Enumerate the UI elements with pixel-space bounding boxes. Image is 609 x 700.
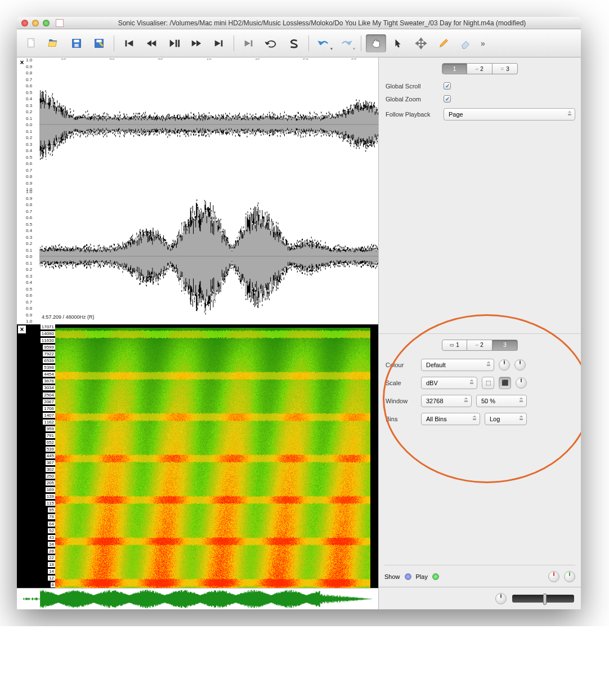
svg-rect-19	[251, 40, 253, 46]
properties-panel-2: ▭1 ⎓2 3 Colour Default Scale dBV ⬚ ⬛	[379, 333, 581, 610]
svg-rect-4	[74, 43, 78, 47]
svg-marker-21	[319, 42, 323, 44]
skip-end-button[interactable]	[209, 34, 229, 52]
spectrogram-canvas	[55, 324, 378, 588]
svg-marker-11	[170, 39, 174, 47]
solo-button[interactable]	[284, 34, 304, 52]
svg-rect-13	[178, 39, 180, 47]
app-icon	[56, 19, 64, 27]
svg-rect-7	[126, 40, 127, 46]
window-label: Window	[386, 398, 417, 404]
spectrogram-pane[interactable]: × 17071140901163095997922653953984454367…	[17, 324, 378, 588]
global-scroll-checkbox[interactable]: ✓	[444, 82, 451, 90]
layer-tab-2[interactable]: ⎓2	[467, 63, 492, 74]
new-button[interactable]	[21, 34, 42, 52]
layer-tab-1[interactable]: ▭1	[442, 340, 467, 351]
close-window-button[interactable]	[21, 20, 28, 26]
play-toggle[interactable]	[432, 573, 439, 580]
save-as-button[interactable]	[89, 34, 109, 52]
window-size-select[interactable]: 32768	[421, 395, 472, 407]
svg-marker-20	[266, 42, 269, 44]
eraser-tool-button[interactable]	[456, 34, 476, 52]
bins-label: Bins	[386, 416, 417, 422]
save-button[interactable]	[66, 34, 87, 52]
move-tool-button[interactable]	[411, 34, 431, 52]
bins-select[interactable]: All Bins	[421, 413, 480, 425]
svg-marker-16	[215, 40, 221, 46]
colour-select[interactable]: Default	[421, 359, 494, 371]
titlebar: Sonic Visualiser: /Volumes/Mac mini HD2/…	[17, 17, 581, 29]
rewind-button[interactable]	[141, 34, 162, 52]
follow-playback-label: Follow Playback	[386, 111, 439, 118]
window-title: Sonic Visualiser: /Volumes/Mac mini HD2/…	[68, 19, 576, 27]
svg-marker-14	[192, 40, 196, 46]
undo-button[interactable]: ▾	[314, 34, 334, 52]
svg-marker-10	[151, 40, 156, 46]
toolbar: ▾ ▾ »	[17, 29, 581, 57]
scale-label: Scale	[386, 380, 417, 386]
amplitude-axis-l: 1.00.90.80.70.60.50.40.30.20.10.00.10.20…	[26, 57, 38, 323]
layer-tab-3[interactable]: ⁙3	[492, 63, 518, 74]
close-pane-button[interactable]: ×	[18, 59, 26, 66]
waveform-channel-right	[39, 191, 378, 321]
hand-tool-button[interactable]	[366, 34, 386, 52]
svg-marker-23	[419, 38, 423, 40]
global-zoom-checkbox[interactable]: ✓	[444, 95, 451, 102]
svg-rect-17	[221, 40, 223, 46]
properties-panel-1: 1 ⎓2 ⁙3 Global Scroll ✓ Global Zoom ✓ Fo…	[379, 57, 581, 333]
playback-speed-knob[interactable]	[495, 593, 507, 604]
gain-knob[interactable]	[516, 377, 527, 389]
maximize-window-button[interactable]	[43, 20, 50, 26]
skip-start-button[interactable]	[119, 34, 139, 52]
layer-tab-2[interactable]: ⎓2	[467, 340, 492, 351]
follow-playback-select[interactable]: Page	[444, 108, 575, 121]
svg-rect-12	[176, 39, 177, 47]
layer-tabs-2: ▭1 ⎓2 3	[384, 340, 575, 351]
normalize-columns-button[interactable]: ⬚	[482, 377, 494, 389]
open-button[interactable]	[44, 34, 64, 52]
volume-slider[interactable]	[512, 595, 574, 603]
scale-select[interactable]: dBV	[421, 377, 477, 389]
content-area: × 25 30 35 40 45 50 55 1.00.90.80.70.60.…	[17, 57, 581, 609]
normalize-visible-button[interactable]: ⬛	[499, 377, 511, 389]
show-label: Show	[384, 573, 400, 580]
gain-play-knob[interactable]	[564, 571, 575, 582]
svg-marker-15	[196, 40, 201, 46]
window-overlap-select[interactable]: 50 %	[476, 395, 527, 407]
close-pane-button[interactable]: ×	[18, 326, 26, 333]
right-column: 1 ⎓2 ⁙3 Global Scroll ✓ Global Zoom ✓ Fo…	[378, 57, 581, 609]
svg-marker-22	[347, 42, 351, 44]
fast-forward-button[interactable]	[186, 34, 207, 52]
minimize-window-button[interactable]	[32, 20, 39, 26]
play-label: Play	[416, 573, 428, 580]
waveform-info-text: 4:57.209 / 48000Hz (R)	[42, 314, 95, 320]
svg-marker-9	[147, 40, 151, 46]
app-window: Sonic Visualiser: /Volumes/Mac mini HD2/…	[17, 17, 581, 609]
layer-tabs-1: 1 ⎓2 ⁙3	[384, 63, 575, 74]
status-bar	[379, 587, 581, 609]
pan-knob[interactable]	[548, 571, 559, 582]
waveform-channel-left	[39, 60, 378, 189]
overview-pane[interactable]	[17, 588, 378, 609]
layer-tab-3[interactable]: 3	[492, 340, 518, 351]
layer-tab-1[interactable]: 1	[442, 63, 467, 74]
svg-marker-24	[419, 46, 423, 48]
pointer-tool-button[interactable]	[388, 34, 409, 52]
svg-rect-3	[74, 39, 79, 42]
bins-scale-select[interactable]: Log	[485, 413, 527, 425]
pencil-tool-button[interactable]	[433, 34, 454, 52]
colour-label: Colour	[386, 362, 417, 368]
toolbar-overflow-button[interactable]: »	[478, 39, 487, 48]
play-pause-button[interactable]	[164, 34, 184, 52]
svg-rect-6	[96, 39, 101, 42]
redo-button[interactable]: ▾	[336, 34, 356, 52]
svg-marker-8	[127, 40, 133, 46]
show-toggle[interactable]	[405, 573, 411, 580]
colour-rotation-knob[interactable]	[499, 359, 510, 371]
global-scroll-label: Global Scroll	[386, 83, 439, 90]
waveform-pane[interactable]: × 25 30 35 40 45 50 55 1.00.90.80.70.60.…	[17, 57, 378, 323]
play-selection-button[interactable]	[239, 34, 259, 52]
frequency-axis: 1707114090116309599792265395398445436763…	[26, 324, 55, 588]
loop-selection-button[interactable]	[261, 34, 281, 52]
colour-threshold-knob[interactable]	[514, 359, 526, 371]
